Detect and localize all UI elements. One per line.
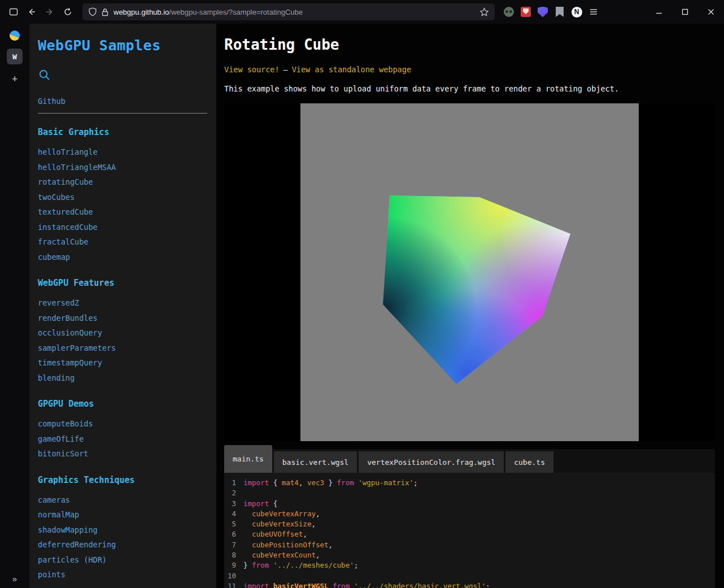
sidebar-item-renderBundles[interactable]: renderBundles xyxy=(38,311,207,326)
n-extension-icon[interactable]: N xyxy=(568,3,585,20)
code-line: 2 xyxy=(224,488,715,498)
browser-titlebar: webgpu.github.io/webgpu-samples/?sample=… xyxy=(0,0,724,24)
line-number: 2 xyxy=(224,488,243,498)
section-heading-webgpu-features: WebGPU Features xyxy=(38,278,207,288)
sidebar-item-reversedZ[interactable]: reversedZ xyxy=(38,295,207,311)
menu-icon[interactable] xyxy=(585,3,602,20)
page-title: Rotating Cube xyxy=(224,36,724,53)
code-line: 10 xyxy=(224,571,715,581)
editor-tab-vertexPositionColor.frag.wgsl[interactable]: vertexPositionColor.frag.wgsl xyxy=(359,451,504,473)
sidebar-item-points[interactable]: points xyxy=(38,567,207,582)
sidebar-item-texturedCube[interactable]: texturedCube xyxy=(38,204,207,220)
sidebar-item-cubemap[interactable]: cubemap xyxy=(38,250,207,265)
webgpu-canvas xyxy=(224,103,715,441)
editor-tab-cube.ts[interactable]: cube.ts xyxy=(505,451,553,473)
editor-tabbar: main.tsbasic.vert.wgslvertexPositionColo… xyxy=(224,449,715,473)
browser-window: webgpu.github.io/webgpu-samples/?sample=… xyxy=(0,0,724,588)
new-tab-button[interactable]: + xyxy=(7,71,23,87)
sidebar-item-deferredRendering[interactable]: deferredRendering xyxy=(38,537,207,552)
close-button[interactable] xyxy=(698,0,724,24)
firefox-view-icon[interactable] xyxy=(10,31,20,41)
sidebar-item-timestampQuery[interactable]: timestampQuery xyxy=(38,355,207,371)
links-row: View source!—View as standalone webpage xyxy=(224,65,724,74)
line-number: 3 xyxy=(224,499,243,509)
sidebar-sections: Basic GraphicshelloTrianglehelloTriangle… xyxy=(38,127,207,582)
sidebar-item-helloTriangle[interactable]: helloTriangle xyxy=(38,145,207,160)
back-button[interactable] xyxy=(23,3,41,21)
lock-icon[interactable] xyxy=(101,8,109,16)
line-number: 1 xyxy=(224,478,243,488)
sidebar-item-gameOfLife[interactable]: gameOfLife xyxy=(38,432,207,447)
rotating-cube-graphic xyxy=(300,103,639,441)
line-number: 10 xyxy=(224,571,243,581)
url-bar[interactable]: webgpu.github.io/webgpu-samples/?sample=… xyxy=(82,3,495,20)
sidebar-item-normalMap[interactable]: normalMap xyxy=(38,507,207,522)
standalone-webpage-link[interactable]: View as standalone webpage xyxy=(292,65,411,74)
code-line: 6 cubeUVOffset, xyxy=(224,529,715,539)
sidebar-item-shadowMapping[interactable]: shadowMapping xyxy=(38,522,207,538)
section-heading-gpgpu-demos: GPGPU Demos xyxy=(38,399,207,409)
canvas-viewport xyxy=(300,103,639,441)
expand-sidebar-icon[interactable]: » xyxy=(0,574,29,583)
sidebar-item-fractalCube[interactable]: fractalCube xyxy=(38,234,207,250)
reload-button[interactable] xyxy=(59,3,77,21)
sidebar-divider xyxy=(38,113,207,114)
code-editor: main.tsbasic.vert.wgslvertexPositionColo… xyxy=(224,449,715,588)
view-source-link[interactable]: View source! xyxy=(224,65,280,74)
url-host: webgpu.github.io xyxy=(114,8,169,16)
sidebar-item-computeBoids[interactable]: computeBoids xyxy=(38,416,207,432)
tracking-protection-shield-icon[interactable] xyxy=(88,7,97,16)
tab-favicon-letter: W xyxy=(12,53,17,61)
extensions-row: N xyxy=(500,3,602,20)
github-link[interactable]: Github xyxy=(38,97,66,106)
sidebar-item-blending[interactable]: blending xyxy=(38,371,207,386)
sidebar-item-bitonicSort[interactable]: bitonicSort xyxy=(38,446,207,461)
maximize-button[interactable] xyxy=(672,0,698,24)
code-lines[interactable]: 1import { mat4, vec3 } from 'wgpu-matrix… xyxy=(224,473,715,588)
shield-extension-icon[interactable] xyxy=(534,3,551,20)
bookmark-clip-extension-icon[interactable] xyxy=(551,3,568,20)
bookmark-star-icon[interactable] xyxy=(479,7,489,17)
sidebar-item-samplerParameters[interactable]: samplerParameters xyxy=(38,341,207,356)
section-heading-basic-graphics: Basic Graphics xyxy=(38,127,207,137)
samples-sidebar: WebGPU Samples Github Basic Graphicshell… xyxy=(29,24,216,588)
code-line: 5 cubeVertexSize, xyxy=(224,519,715,529)
link-separator: — xyxy=(284,65,288,74)
code-line: 7 cubePositionOffset, xyxy=(224,540,715,550)
vertical-tab-strip: W + » xyxy=(0,24,29,588)
forward-button[interactable] xyxy=(41,3,59,21)
sidebar-item-rotatingCube[interactable]: rotatingCube xyxy=(38,175,207,190)
sidebar-item-helloTriangleMSAA[interactable]: helloTriangleMSAA xyxy=(38,160,207,175)
line-number: 11 xyxy=(224,581,243,588)
search-icon xyxy=(38,68,51,82)
sample-description: This example shows how to upload uniform… xyxy=(224,84,724,93)
code-line: 11import basicVertWGSL from '../../shade… xyxy=(224,581,715,588)
sidebar-item-occlusionQuery[interactable]: occlusionQuery xyxy=(38,325,207,341)
sidebar-item-cameras[interactable]: cameras xyxy=(38,493,207,508)
line-number: 5 xyxy=(224,519,243,529)
search-button[interactable] xyxy=(38,68,207,82)
window-controls xyxy=(646,0,724,24)
monkey-extension-icon[interactable] xyxy=(500,3,517,20)
active-vertical-tab[interactable]: W xyxy=(7,49,23,64)
minimize-button[interactable] xyxy=(646,0,672,24)
sidebar-item-twoCubes[interactable]: twoCubes xyxy=(38,190,207,205)
editor-tab-basic.vert.wgsl[interactable]: basic.vert.wgsl xyxy=(274,451,357,473)
sidebar-toggle-icon[interactable] xyxy=(5,3,23,21)
sidebar-item-particles (HDR)[interactable]: particles (HDR) xyxy=(38,552,207,568)
url-text: webgpu.github.io/webgpu-samples/?sample=… xyxy=(114,8,479,16)
editor-tab-main.ts[interactable]: main.ts xyxy=(224,445,272,473)
code-line: 3import { xyxy=(224,499,715,509)
sidebar-title: WebGPU Samples xyxy=(38,37,207,54)
code-line: 9} from '../../meshes/cube'; xyxy=(224,560,715,570)
code-line: 4 cubeVertexArray, xyxy=(224,509,715,519)
sample-main: Rotating Cube View source!—View as stand… xyxy=(216,24,724,588)
section-heading-graphics-techniques: Graphics Techniques xyxy=(38,475,207,485)
line-number: 4 xyxy=(224,509,243,519)
line-number: 7 xyxy=(224,540,243,550)
ublock-extension-icon[interactable] xyxy=(517,3,534,20)
line-number: 9 xyxy=(224,560,243,570)
line-number: 6 xyxy=(224,529,243,539)
sidebar-item-instancedCube[interactable]: instancedCube xyxy=(38,220,207,235)
code-line: 8 cubeVertexCount, xyxy=(224,550,715,560)
